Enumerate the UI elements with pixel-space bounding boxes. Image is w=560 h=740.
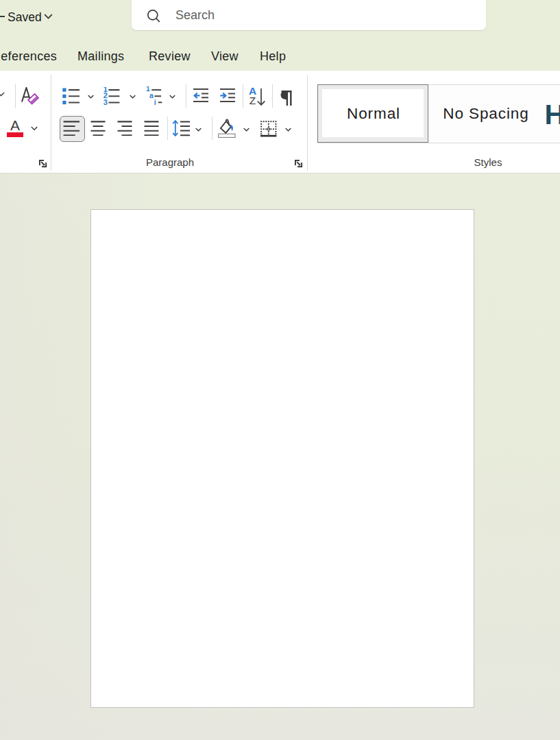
- svg-text:Z: Z: [249, 95, 256, 106]
- svg-text:i: i: [154, 98, 156, 105]
- svg-text:a: a: [149, 91, 154, 99]
- svg-text:3: 3: [104, 98, 108, 105]
